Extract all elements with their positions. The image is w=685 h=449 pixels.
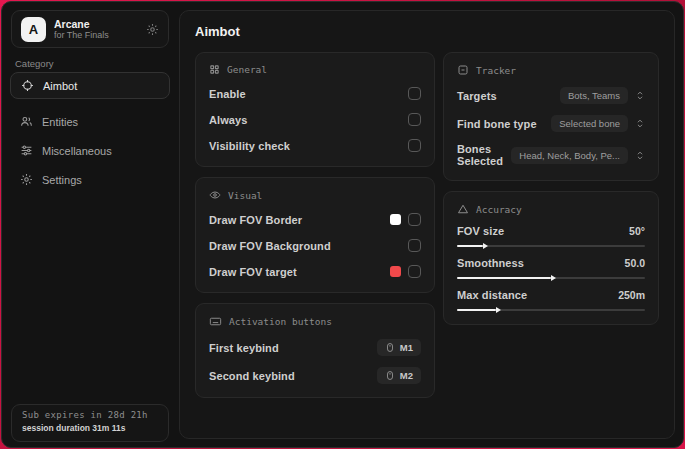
sidebar-item-miscellaneous[interactable]: Miscellaneous [10, 137, 170, 164]
general-card: General Enable Always Visibility check [195, 52, 435, 167]
setting-row-bones-selected: Bones Selected Head, Neck, Body, Pe... [457, 143, 645, 167]
sub-expiry-text: Sub expires in 28d 21h [22, 410, 158, 420]
setting-label: Draw FOV Border [209, 214, 302, 226]
slider-fill [457, 309, 496, 311]
targets-select[interactable]: Bots, Teams [560, 87, 628, 104]
max-distance-value: 250m [618, 289, 645, 301]
sidebar-item-entities[interactable]: Entities [10, 108, 170, 135]
setting-label: Always [209, 114, 248, 126]
setting-label: Visibility check [209, 140, 290, 152]
category-label: Category [15, 58, 54, 69]
sidebar-item-label: Miscellaneous [42, 145, 112, 157]
sliders-icon [20, 144, 33, 157]
page-title: Aimbot [195, 24, 659, 39]
setting-row-second-keybind: Second keybind M2 [209, 367, 421, 384]
setting-row-first-keybind: First keybind M1 [209, 339, 421, 356]
setting-label: Smoothness [457, 257, 524, 269]
keybind-value: M1 [400, 342, 413, 353]
setting-label: Draw FOV target [209, 266, 297, 278]
fov-background-checkbox[interactable] [408, 239, 421, 252]
unfold-icon [635, 90, 645, 101]
grid-icon [209, 64, 220, 75]
fov-size-value: 50° [629, 225, 645, 237]
sidebar-item-aimbot[interactable]: Aimbot [10, 72, 170, 99]
setting-row-fov-size: FOV size 50° [457, 225, 645, 247]
color-swatch[interactable] [390, 266, 401, 277]
enable-checkbox[interactable] [408, 87, 421, 100]
fov-target-checkbox[interactable] [408, 265, 421, 278]
session-duration-text: session duration 31m 11s [22, 423, 158, 433]
keybind-value: M2 [400, 370, 413, 381]
setting-row-visibility-check: Visibility check [209, 138, 421, 153]
smoothness-value: 50.0 [625, 257, 645, 269]
visibility-check-checkbox[interactable] [408, 139, 421, 152]
brand-card: A Arcane for The Finals [11, 10, 169, 48]
slider-fill [457, 277, 551, 279]
setting-label: Second keybind [209, 370, 295, 382]
right-column: Tracker Targets Bots, Teams [443, 52, 659, 325]
accuracy-card: Accuracy FOV size 50° Smoothness [443, 191, 659, 325]
card-title: Tracker [476, 65, 516, 76]
setting-row-always: Always [209, 112, 421, 127]
activation-buttons-card: Activation buttons First keybind M1 [195, 303, 435, 398]
app-window: A Arcane for The Finals Category [1, 1, 684, 448]
setting-label: FOV size [457, 225, 504, 237]
setting-label: Bones Selected [457, 143, 511, 167]
sidebar: A Arcane for The Finals Category [2, 2, 178, 447]
smoothness-slider[interactable] [457, 277, 645, 279]
brand-text: Arcane for The Finals [54, 18, 138, 40]
slider-fill [457, 245, 483, 247]
sidebar-item-label: Entities [42, 116, 78, 128]
card-title: Activation buttons [229, 316, 332, 327]
eye-icon [209, 189, 221, 201]
sidebar-item-settings[interactable]: Settings [10, 166, 170, 193]
setting-label: Targets [457, 90, 497, 102]
sidebar-item-label: Settings [42, 174, 82, 186]
color-swatch[interactable] [390, 214, 401, 225]
bones-selected-select[interactable]: Head, Neck, Body, Pe... [511, 147, 628, 164]
scan-icon [457, 64, 469, 76]
setting-label: Find bone type [457, 118, 537, 130]
card-title: Accuracy [476, 204, 522, 215]
fov-size-slider[interactable] [457, 245, 645, 247]
setting-label: First keybind [209, 342, 279, 354]
left-column: General Enable Always Visibility check [195, 52, 435, 398]
unfold-icon [635, 118, 645, 129]
sidebar-item-label: Aimbot [43, 80, 77, 92]
sidebar-nav: Aimbot Entities [10, 72, 170, 195]
setting-label: Draw FOV Background [209, 240, 331, 252]
triangle-icon [457, 203, 469, 215]
first-keybind-button[interactable]: M1 [377, 339, 421, 356]
crosshair-icon [21, 79, 34, 92]
subscription-status-card: Sub expires in 28d 21h session duration … [11, 404, 169, 442]
users-icon [20, 115, 33, 128]
card-title: Visual [228, 190, 262, 201]
tracker-card: Tracker Targets Bots, Teams [443, 52, 659, 181]
mouse-icon [385, 342, 395, 353]
setting-row-max-distance: Max distance 250m [457, 289, 645, 311]
main-panel: Aimbot General Enable [179, 10, 675, 439]
gear-icon[interactable] [146, 23, 159, 36]
find-bone-type-select[interactable]: Selected bone [551, 115, 628, 132]
gear-icon [20, 173, 33, 186]
second-keybind-button[interactable]: M2 [377, 367, 421, 384]
brand-subtitle: for The Finals [54, 30, 138, 40]
keyboard-icon [209, 315, 222, 328]
card-title: General [227, 64, 267, 75]
setting-row-find-bone-type: Find bone type Selected bone [457, 115, 645, 132]
setting-row-fov-background: Draw FOV Background [209, 238, 421, 253]
fov-border-checkbox[interactable] [408, 213, 421, 226]
setting-row-enable: Enable [209, 86, 421, 101]
setting-label: Max distance [457, 289, 527, 301]
setting-row-fov-target: Draw FOV target [209, 264, 421, 279]
visual-card: Visual Draw FOV Border Draw FOV Backgrou… [195, 177, 435, 293]
setting-row-targets: Targets Bots, Teams [457, 87, 645, 104]
always-checkbox[interactable] [408, 113, 421, 126]
setting-row-fov-border: Draw FOV Border [209, 212, 421, 227]
setting-label: Enable [209, 88, 246, 100]
setting-row-smoothness: Smoothness 50.0 [457, 257, 645, 279]
unfold-icon [635, 150, 645, 161]
app-logo: A [21, 17, 46, 42]
mouse-icon [385, 370, 395, 381]
max-distance-slider[interactable] [457, 309, 645, 311]
